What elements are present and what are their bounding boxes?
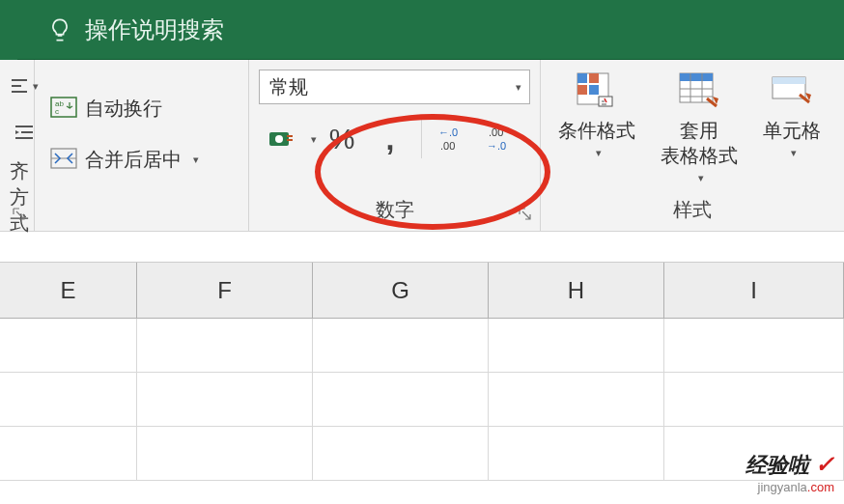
- number-format-value: 常规: [269, 74, 308, 100]
- table-format-label: 套用 表格格式: [661, 118, 738, 168]
- cell[interactable]: [489, 319, 664, 372]
- cell[interactable]: [137, 373, 313, 426]
- number-buttons-row: ▾ % , ←.0.00 .00→.0: [259, 114, 530, 164]
- lightbulb-icon: [46, 16, 73, 43]
- separator: [421, 120, 422, 158]
- table-row: [0, 373, 844, 427]
- cell-styles-icon: [771, 71, 813, 114]
- chevron-down-icon: ▾: [791, 147, 797, 159]
- merge-center-button[interactable]: 合并后居中 ▾: [44, 143, 239, 177]
- increase-decimal-button[interactable]: ←.0.00: [430, 116, 476, 162]
- cell[interactable]: [137, 319, 313, 372]
- svg-text:.00: .00: [440, 140, 455, 152]
- cell[interactable]: [137, 427, 313, 480]
- accounting-format-button[interactable]: [259, 116, 305, 162]
- wrap-text-button[interactable]: abc 自动换行: [44, 92, 239, 126]
- svg-rect-13: [577, 73, 587, 83]
- number-format-combo[interactable]: 常规 ▾: [259, 70, 530, 104]
- checkmark-icon: ✓: [815, 451, 834, 477]
- cell[interactable]: [313, 427, 489, 480]
- conditional-format-icon: [576, 71, 618, 114]
- conditional-format-button[interactable]: 条件格式 ▾: [550, 68, 643, 188]
- table-row: [0, 319, 844, 373]
- conditional-format-label: 条件格式: [558, 118, 635, 143]
- cell[interactable]: [489, 427, 664, 480]
- cell[interactable]: [0, 373, 137, 426]
- svg-point-5: [275, 135, 283, 143]
- col-header[interactable]: I: [664, 263, 844, 318]
- styles-group: 条件格式 ▾ 套用 表格格式 ▾ 单: [541, 60, 844, 231]
- cell[interactable]: [0, 319, 137, 372]
- number-group-label: 数字: [259, 191, 530, 231]
- chevron-down-icon: ▾: [516, 81, 521, 94]
- cell[interactable]: [313, 319, 489, 372]
- tell-me-search[interactable]: 操作说明搜索: [85, 14, 224, 45]
- alignment-group-label: 齐方式: [10, 153, 24, 244]
- title-bar: 操作说明搜索: [0, 0, 844, 60]
- wrap-text-label: 自动换行: [85, 96, 162, 122]
- comma-button[interactable]: ,: [367, 116, 413, 162]
- chevron-down-icon: ▾: [698, 172, 704, 184]
- cell[interactable]: [0, 427, 137, 480]
- percent-button[interactable]: %: [319, 116, 365, 162]
- merge-center-icon: [50, 148, 77, 173]
- col-header[interactable]: H: [489, 263, 664, 318]
- svg-rect-21: [773, 77, 805, 84]
- cell[interactable]: [313, 373, 489, 426]
- col-header[interactable]: E: [0, 263, 137, 318]
- watermark-domain-suffix: .com: [807, 480, 834, 494]
- svg-rect-14: [589, 73, 599, 83]
- table-row: [0, 427, 844, 481]
- cell-styles-label: 单元格: [763, 118, 821, 143]
- cell[interactable]: [664, 319, 844, 372]
- dialog-launcher-icon[interactable]: [519, 208, 532, 221]
- merge-center-label: 合并后居中: [85, 147, 182, 173]
- spacer-label: [44, 195, 239, 231]
- col-header[interactable]: G: [313, 263, 489, 318]
- watermark: 经验啦 ✓ jingyanla.com: [746, 451, 834, 494]
- svg-rect-7: [287, 139, 293, 141]
- svg-rect-6: [287, 135, 293, 137]
- svg-text:→.0: →.0: [487, 140, 506, 152]
- worksheet-grid: E F G H I: [0, 263, 844, 481]
- col-header[interactable]: F: [137, 263, 313, 318]
- alignment-partial-group: ▾ 齐方式: [0, 60, 35, 231]
- chevron-down-icon[interactable]: ▾: [311, 133, 317, 146]
- svg-text:←.0: ←.0: [438, 126, 458, 138]
- column-headers: E F G H I: [0, 263, 844, 319]
- chevron-down-icon: ▾: [193, 154, 199, 166]
- cell[interactable]: [664, 373, 844, 426]
- svg-text:.00: .00: [489, 126, 503, 138]
- ribbon: ▾ 齐方式 abc 自动换行 合并后居中 ▾: [0, 60, 844, 232]
- styles-group-label: 样式: [550, 191, 834, 231]
- dialog-launcher-icon[interactable]: [13, 208, 26, 221]
- decrease-decimal-button[interactable]: .00→.0: [478, 116, 524, 162]
- number-group: 常规 ▾ ▾ % , ←.0.00 .00→.0 数字: [249, 60, 541, 231]
- svg-rect-16: [589, 85, 599, 95]
- table-format-button[interactable]: 套用 表格格式 ▾: [653, 68, 746, 188]
- svg-rect-15: [577, 85, 587, 95]
- chevron-down-icon: ▾: [596, 147, 602, 159]
- formula-bar-area: [0, 232, 844, 263]
- cell-styles-button[interactable]: 单元格 ▾: [755, 68, 829, 188]
- watermark-text: 经验啦: [746, 453, 809, 477]
- svg-text:c: c: [55, 107, 59, 116]
- table-format-icon: [678, 71, 720, 114]
- cell[interactable]: [489, 373, 664, 426]
- wrap-merge-group: abc 自动换行 合并后居中 ▾: [35, 60, 249, 231]
- title-cut: [0, 0, 17, 60]
- wrap-text-icon: abc: [50, 97, 77, 122]
- watermark-domain-prefix: jingyanla: [758, 480, 807, 494]
- svg-rect-19: [680, 73, 713, 81]
